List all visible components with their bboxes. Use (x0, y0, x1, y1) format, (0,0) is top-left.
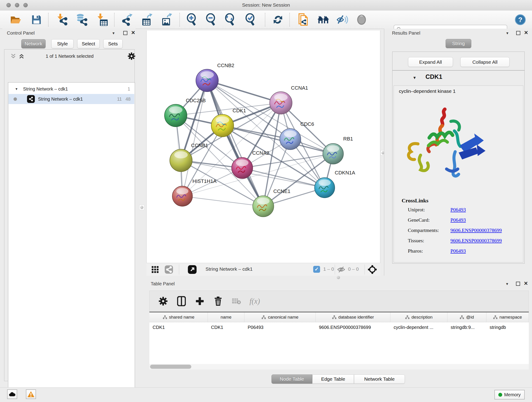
network-options-gear-icon[interactable] (128, 52, 135, 61)
string-settings-icon[interactable] (164, 265, 173, 274)
table-panel-float-icon[interactable] (516, 282, 520, 286)
results-panel-float-icon[interactable] (516, 31, 520, 35)
control-panel-float-icon[interactable] (123, 31, 127, 35)
home-pages-button[interactable] (317, 13, 329, 26)
network-graph[interactable]: CCNB2CCNA1CDC25BCDK1CDC6RB1CCNB1CCNA2CDK… (147, 31, 380, 263)
import-network-database-button[interactable] (75, 13, 88, 26)
open-in-window-icon[interactable] (188, 265, 197, 274)
tab-string[interactable]: String (446, 39, 471, 48)
results-panel-close-icon[interactable]: ✕ (524, 31, 528, 35)
tab-network-table[interactable]: Network Table (354, 375, 405, 384)
tab-style[interactable]: Style (51, 39, 74, 48)
selected-nodes-checkbox[interactable]: ✓ (313, 266, 320, 273)
show-lens-button[interactable] (355, 13, 368, 26)
table-cell[interactable]: stringdb:9... (447, 325, 486, 330)
expand-all-button[interactable]: Expand All (408, 57, 453, 67)
warnings-button[interactable] (26, 389, 36, 399)
import-network-file-button[interactable] (56, 13, 69, 26)
add-column-icon[interactable] (195, 296, 205, 306)
column-header-namespace[interactable]: namespace (486, 313, 529, 322)
network-node-rb1[interactable]: RB1 (323, 136, 353, 164)
collection-expander-icon[interactable]: ▼ (15, 87, 18, 91)
crosslink-label: GeneCard: (408, 217, 430, 223)
crosslink-label: Pharos: (408, 248, 423, 254)
refresh-button[interactable] (272, 13, 284, 26)
collapse-all-button[interactable]: Collapse All (460, 57, 510, 67)
fit-content-crosshair-icon[interactable] (368, 265, 377, 274)
hidden-eye-slash-icon (336, 265, 346, 274)
network-node-cdk1[interactable]: CDK1 (211, 108, 246, 137)
scrollbar-thumb[interactable] (150, 365, 191, 369)
column-header-description[interactable]: description (390, 313, 447, 322)
network-node-hist1h1a[interactable]: HIST1H1A (172, 178, 216, 206)
table-horizontal-scrollbar[interactable] (149, 364, 529, 370)
birds-eye-grid-icon[interactable] (151, 265, 160, 274)
tab-edge-table[interactable]: Edge Table (312, 375, 354, 384)
open-session-button[interactable] (10, 13, 22, 26)
tab-sets[interactable]: Sets (103, 39, 123, 48)
zoom-out-button[interactable] (205, 13, 217, 26)
tab-node-table[interactable]: Node Table (272, 375, 312, 384)
crosslink-link[interactable]: 9606.ENSP00000378699 (450, 227, 502, 233)
column-header--id[interactable]: @id (447, 313, 486, 322)
zoom-selected-button[interactable] (244, 13, 257, 26)
tab-select[interactable]: Select (77, 39, 100, 48)
network-canvas[interactable]: CCNB2CCNA1CDC25BCDK1CDC6RB1CCNB1CCNA2CDK… (146, 31, 380, 263)
left-splitter-handle[interactable] (139, 205, 144, 210)
control-panel-close-icon[interactable]: ✕ (131, 31, 135, 35)
crosslink-link[interactable]: 9606.ENSP00000378699 (450, 238, 502, 244)
share-session-file-button[interactable] (298, 13, 310, 26)
tab-network[interactable]: Network (21, 39, 46, 48)
hide-selection-button[interactable] (336, 13, 349, 26)
column-header-database-identifier[interactable]: database identifier (316, 313, 390, 322)
node-label: RB1 (343, 136, 353, 142)
import-table-file-button[interactable] (96, 13, 109, 26)
cloud-status-button[interactable] (7, 389, 17, 399)
network-row-selected[interactable]: String Network – cdk1 11 48 (8, 94, 134, 104)
help-button[interactable]: ? (514, 13, 526, 26)
network-collection-row[interactable]: ▼ String Network – cdk1 1 (8, 84, 134, 94)
column-header-shared-name[interactable]: shared name (149, 313, 208, 322)
expand-all-networks-icon[interactable] (19, 53, 25, 60)
crosslink-link[interactable]: P06493 (450, 207, 466, 213)
table-gear-icon[interactable] (158, 296, 168, 306)
crosslink-label: Compartments: (408, 227, 439, 233)
network-node-ccne1[interactable]: CCNE1 (253, 188, 291, 217)
delete-column-trash-icon[interactable] (213, 296, 223, 306)
zoom-fit-button[interactable] (224, 13, 236, 26)
gene-expander-icon[interactable]: ▼ (413, 76, 417, 80)
network-edge[interactable] (207, 80, 263, 206)
table-cell[interactable]: 9606.ENSP00000378699 (316, 325, 390, 330)
table-cell[interactable]: cyclin-dependent ... (390, 325, 447, 330)
table-cell[interactable]: CDK1 (149, 325, 208, 330)
table-cell[interactable]: P06493 (244, 325, 316, 330)
crosslink-link[interactable]: P06493 (450, 248, 466, 254)
hierarchy-icon (332, 315, 336, 319)
export-image-button[interactable] (160, 13, 173, 26)
bottom-splitter-handle[interactable] (336, 276, 341, 279)
network-node-cdkn1a[interactable]: CDKN1A (315, 170, 355, 198)
gene-section: ▼ CDK1 cyclin–dependent kinase 1 (392, 70, 525, 264)
table-panel-close-icon[interactable]: ✕ (524, 281, 528, 286)
save-session-button[interactable] (30, 13, 43, 26)
column-header-name[interactable]: name (208, 313, 244, 322)
network-edge[interactable] (207, 80, 281, 103)
network-node-ccnb1[interactable]: CCNB1 (170, 143, 208, 172)
memory-button[interactable]: Memory (494, 390, 525, 400)
network-node-ccna1[interactable]: CCNA1 (270, 85, 308, 114)
table-row[interactable]: CDK1CDK1P064939606.ENSP00000378699cyclin… (149, 322, 529, 332)
import-table-icon (97, 13, 108, 26)
export-table-button[interactable] (140, 13, 153, 26)
zoom-in-button[interactable] (186, 13, 198, 26)
table-panel-menu-icon[interactable]: ▼ (505, 282, 509, 286)
collapse-all-networks-icon[interactable] (10, 53, 16, 60)
show-columns-icon[interactable] (176, 296, 187, 306)
control-panel-menu-icon[interactable]: ▼ (112, 31, 115, 35)
results-panel-menu-icon[interactable]: ▼ (506, 31, 509, 35)
export-network-button[interactable] (120, 13, 133, 26)
table-cell[interactable]: CDK1 (208, 325, 244, 330)
crosslink-link[interactable]: P06493 (450, 217, 466, 223)
network-edge[interactable] (182, 196, 263, 206)
table-cell[interactable]: stringdb (486, 325, 529, 330)
column-header-canonical-name[interactable]: canonical name (244, 313, 316, 322)
